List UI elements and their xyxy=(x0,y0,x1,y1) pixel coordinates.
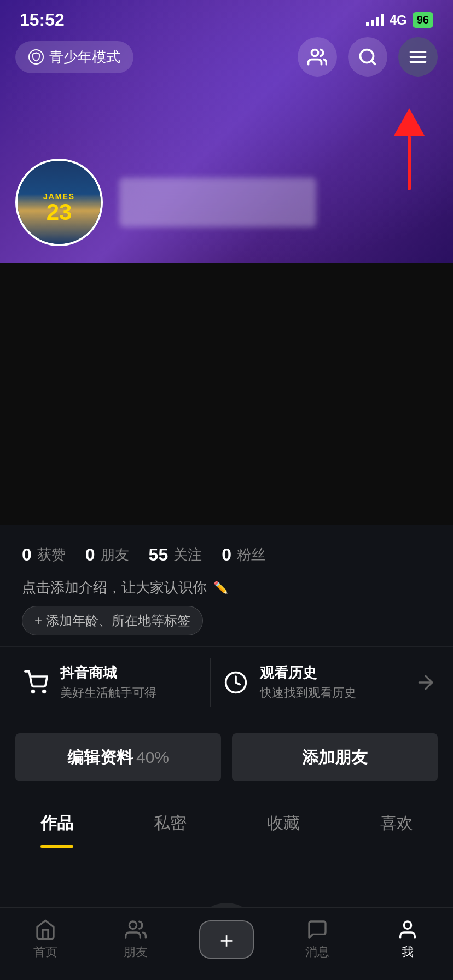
content-tabs: 作品 私密 收藏 喜欢 xyxy=(0,797,453,848)
more-button[interactable] xyxy=(409,672,442,693)
tag-placeholder: + 添加年龄、所在地等标签 xyxy=(34,612,190,629)
top-nav: 青少年模式 xyxy=(0,37,453,77)
bio-placeholder: 点击添加介绍，让大家认识你 xyxy=(22,578,207,597)
nav-add[interactable]: ＋ xyxy=(181,920,272,959)
tab-likes[interactable]: 喜欢 xyxy=(340,797,453,848)
history-title: 观看历史 xyxy=(260,663,356,682)
stat-followers: 0 粉丝 xyxy=(222,545,265,565)
shop-title: 抖音商城 xyxy=(60,663,156,682)
profile-banner: 15:52 4G 96 青少年模式 xyxy=(0,0,453,262)
youth-mode-button[interactable]: 青少年模式 xyxy=(15,41,133,73)
friends-label: 朋友 xyxy=(101,545,129,564)
signal-bar-4 xyxy=(381,14,384,26)
tab-works[interactable]: 作品 xyxy=(0,797,113,848)
svg-point-7 xyxy=(43,690,45,692)
svg-point-13 xyxy=(404,921,411,929)
bottom-nav: 首页 朋友 ＋ 消息 我 xyxy=(0,907,453,980)
status-time: 15:52 xyxy=(20,10,65,30)
edit-icon: ✏️ xyxy=(213,581,228,595)
tab-collections[interactable]: 收藏 xyxy=(226,797,340,848)
followers-count: 0 xyxy=(222,545,231,565)
username-blurred xyxy=(119,178,316,227)
bio-section: 点击添加介绍，让大家认识你 ✏️ + 添加年龄、所在地等标签 xyxy=(0,578,453,646)
add-icon: ＋ xyxy=(216,925,237,955)
nav-home-label: 首页 xyxy=(33,944,57,960)
edit-profile-label: 编辑资料 xyxy=(67,746,133,769)
history-subtitle: 快速找到观看历史 xyxy=(260,685,356,701)
nav-messages[interactable]: 消息 xyxy=(272,919,363,960)
likes-count: 0 xyxy=(22,545,32,565)
signal-bar-2 xyxy=(371,20,374,26)
nav-friends-label: 朋友 xyxy=(124,944,148,960)
quick-link-history[interactable]: 观看历史 快速找到观看历史 xyxy=(210,658,410,707)
stats-row: 0 获赞 0 朋友 55 关注 0 粉丝 xyxy=(0,525,453,578)
svg-point-12 xyxy=(130,921,137,929)
quick-links: 抖音商城 美好生活触手可得 观看历史 快速找到观看历史 xyxy=(0,646,453,718)
avatar-image: JAMES 23 xyxy=(18,161,101,244)
following-count: 55 xyxy=(149,545,169,565)
svg-point-6 xyxy=(32,690,34,692)
action-buttons: 编辑资料 40% 添加朋友 xyxy=(0,718,453,797)
add-friend-label: 添加朋友 xyxy=(302,746,368,769)
following-label: 关注 xyxy=(173,545,202,564)
likes-label: 获赞 xyxy=(37,545,66,564)
clock-icon xyxy=(222,668,250,697)
network-label: 4G xyxy=(390,13,407,28)
search-icon-button[interactable] xyxy=(348,37,387,77)
nav-messages-label: 消息 xyxy=(305,944,329,960)
stat-following[interactable]: 55 关注 xyxy=(149,545,202,565)
profile-info-area: JAMES 23 xyxy=(15,159,316,246)
nav-friends[interactable]: 朋友 xyxy=(91,919,182,960)
status-bar: 15:52 4G 96 xyxy=(0,0,453,36)
avatar[interactable]: JAMES 23 xyxy=(15,159,103,246)
signal-icon xyxy=(366,14,384,26)
signal-bar-1 xyxy=(366,22,369,26)
add-button[interactable]: ＋ xyxy=(199,920,254,959)
edit-profile-pct: 40% xyxy=(136,748,169,767)
tab-private[interactable]: 私密 xyxy=(113,797,226,848)
nav-me-label: 我 xyxy=(402,944,414,960)
friends-icon-button[interactable] xyxy=(298,37,337,77)
svg-point-0 xyxy=(312,50,318,56)
nav-home[interactable]: 首页 xyxy=(0,919,91,960)
friends-count: 0 xyxy=(85,545,95,565)
youth-mode-icon xyxy=(28,49,44,65)
cart-icon xyxy=(22,668,50,697)
stat-friends: 0 朋友 xyxy=(85,545,129,565)
nav-icons xyxy=(298,37,438,77)
history-text: 观看历史 快速找到观看历史 xyxy=(260,663,356,701)
nav-me[interactable]: 我 xyxy=(362,919,453,960)
signal-bar-3 xyxy=(376,18,379,26)
shop-subtitle: 美好生活触手可得 xyxy=(60,685,156,701)
svg-line-2 xyxy=(371,61,375,65)
youth-mode-label: 青少年模式 xyxy=(49,48,120,67)
bio-text[interactable]: 点击添加介绍，让大家认识你 ✏️ xyxy=(22,578,431,597)
status-icons: 4G 96 xyxy=(366,12,433,28)
stat-likes: 0 获赞 xyxy=(22,545,66,565)
edit-profile-button[interactable]: 编辑资料 40% xyxy=(15,733,221,781)
quick-link-shop[interactable]: 抖音商城 美好生活触手可得 xyxy=(11,658,210,707)
add-friend-button[interactable]: 添加朋友 xyxy=(232,733,438,781)
followers-label: 粉丝 xyxy=(237,545,265,564)
battery-badge: 96 xyxy=(413,12,433,28)
add-tag-button[interactable]: + 添加年龄、所在地等标签 xyxy=(22,606,203,635)
shop-text: 抖音商城 美好生活触手可得 xyxy=(60,663,156,701)
menu-icon-button[interactable] xyxy=(398,37,438,77)
